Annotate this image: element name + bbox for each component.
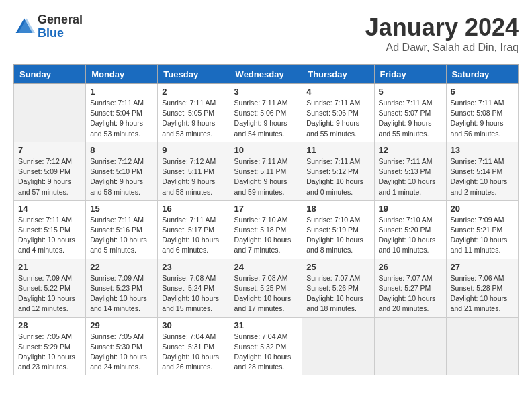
calendar-cell: 6 Sunrise: 7:11 AMSunset: 5:08 PMDayligh… bbox=[446, 84, 518, 142]
day-info: Sunrise: 7:11 AMSunset: 5:17 PMDaylight:… bbox=[162, 215, 225, 256]
calendar-cell: 21 Sunrise: 7:09 AMSunset: 5:22 PMDaylig… bbox=[14, 259, 86, 317]
day-number: 24 bbox=[234, 262, 298, 272]
logo-text: General Blue bbox=[38, 13, 83, 40]
calendar-cell: 9 Sunrise: 7:12 AMSunset: 5:11 PMDayligh… bbox=[158, 142, 230, 200]
day-number: 4 bbox=[306, 87, 369, 97]
calendar-cell bbox=[446, 317, 518, 375]
calendar-cell: 8 Sunrise: 7:12 AMSunset: 5:10 PMDayligh… bbox=[86, 142, 158, 200]
week-row-1: 1 Sunrise: 7:11 AMSunset: 5:04 PMDayligh… bbox=[14, 84, 519, 142]
calendar-cell: 16 Sunrise: 7:11 AMSunset: 5:17 PMDaylig… bbox=[158, 200, 230, 259]
day-info: Sunrise: 7:10 AMSunset: 5:18 PMDaylight:… bbox=[234, 215, 298, 256]
header-wednesday: Wednesday bbox=[230, 65, 302, 84]
day-info: Sunrise: 7:09 AMSunset: 5:21 PMDaylight:… bbox=[451, 215, 514, 256]
day-info: Sunrise: 7:08 AMSunset: 5:25 PMDaylight:… bbox=[234, 273, 298, 314]
day-number: 3 bbox=[234, 87, 298, 97]
day-number: 7 bbox=[18, 145, 81, 155]
calendar-cell: 26 Sunrise: 7:07 AMSunset: 5:27 PMDaylig… bbox=[374, 259, 446, 317]
calendar-cell: 5 Sunrise: 7:11 AMSunset: 5:07 PMDayligh… bbox=[374, 84, 446, 142]
week-row-5: 28 Sunrise: 7:05 AMSunset: 5:29 PMDaylig… bbox=[14, 317, 519, 375]
day-number: 5 bbox=[379, 87, 442, 97]
day-number: 2 bbox=[162, 87, 225, 97]
title-block: January 2024 Ad Dawr, Salah ad Din, Iraq bbox=[365, 13, 519, 54]
day-info: Sunrise: 7:10 AMSunset: 5:19 PMDaylight:… bbox=[306, 215, 369, 256]
calendar-cell: 31 Sunrise: 7:04 AMSunset: 5:32 PMDaylig… bbox=[230, 317, 302, 375]
day-number: 28 bbox=[18, 320, 81, 330]
day-number: 9 bbox=[162, 145, 225, 155]
calendar-cell: 20 Sunrise: 7:09 AMSunset: 5:21 PMDaylig… bbox=[446, 200, 518, 259]
day-number: 22 bbox=[90, 262, 153, 272]
day-number: 18 bbox=[306, 203, 369, 214]
calendar-cell: 2 Sunrise: 7:11 AMSunset: 5:05 PMDayligh… bbox=[158, 84, 230, 142]
page-header: General Blue January 2024 Ad Dawr, Salah… bbox=[13, 13, 519, 54]
day-number: 19 bbox=[379, 203, 442, 214]
day-number: 14 bbox=[18, 203, 81, 214]
day-number: 16 bbox=[162, 203, 225, 214]
month-title: January 2024 bbox=[365, 13, 519, 42]
header-tuesday: Tuesday bbox=[158, 65, 230, 84]
day-info: Sunrise: 7:11 AMSunset: 5:15 PMDaylight:… bbox=[18, 215, 81, 256]
header-monday: Monday bbox=[86, 65, 158, 84]
calendar-cell: 29 Sunrise: 7:05 AMSunset: 5:30 PMDaylig… bbox=[86, 317, 158, 375]
day-number: 26 bbox=[379, 262, 442, 272]
calendar-cell: 18 Sunrise: 7:10 AMSunset: 5:19 PMDaylig… bbox=[302, 200, 374, 259]
day-info: Sunrise: 7:07 AMSunset: 5:27 PMDaylight:… bbox=[379, 273, 442, 314]
day-number: 20 bbox=[451, 203, 514, 214]
header-friday: Friday bbox=[374, 65, 446, 84]
week-row-2: 7 Sunrise: 7:12 AMSunset: 5:09 PMDayligh… bbox=[14, 142, 519, 200]
day-info: Sunrise: 7:05 AMSunset: 5:29 PMDaylight:… bbox=[18, 332, 81, 373]
week-row-4: 21 Sunrise: 7:09 AMSunset: 5:22 PMDaylig… bbox=[14, 259, 519, 317]
calendar-table: Sunday Monday Tuesday Wednesday Thursday… bbox=[13, 64, 519, 375]
calendar-cell: 4 Sunrise: 7:11 AMSunset: 5:06 PMDayligh… bbox=[302, 84, 374, 142]
day-info: Sunrise: 7:11 AMSunset: 5:06 PMDaylight:… bbox=[306, 98, 369, 139]
calendar-cell: 27 Sunrise: 7:06 AMSunset: 5:28 PMDaylig… bbox=[446, 259, 518, 317]
header-sunday: Sunday bbox=[14, 65, 86, 84]
day-info: Sunrise: 7:11 AMSunset: 5:12 PMDaylight:… bbox=[306, 156, 369, 197]
calendar-body: 1 Sunrise: 7:11 AMSunset: 5:04 PMDayligh… bbox=[14, 84, 519, 375]
day-info: Sunrise: 7:09 AMSunset: 5:23 PMDaylight:… bbox=[90, 273, 153, 314]
day-info: Sunrise: 7:11 AMSunset: 5:06 PMDaylight:… bbox=[234, 98, 298, 139]
calendar-cell: 12 Sunrise: 7:11 AMSunset: 5:13 PMDaylig… bbox=[374, 142, 446, 200]
calendar-cell: 14 Sunrise: 7:11 AMSunset: 5:15 PMDaylig… bbox=[14, 200, 86, 259]
logo: General Blue bbox=[13, 13, 83, 40]
calendar-cell bbox=[374, 317, 446, 375]
day-number: 17 bbox=[234, 203, 298, 214]
day-info: Sunrise: 7:04 AMSunset: 5:31 PMDaylight:… bbox=[162, 332, 225, 373]
calendar-cell: 10 Sunrise: 7:11 AMSunset: 5:11 PMDaylig… bbox=[230, 142, 302, 200]
day-number: 31 bbox=[234, 320, 298, 330]
day-info: Sunrise: 7:11 AMSunset: 5:04 PMDaylight:… bbox=[90, 98, 153, 139]
header-row: Sunday Monday Tuesday Wednesday Thursday… bbox=[14, 65, 519, 84]
calendar-cell bbox=[302, 317, 374, 375]
day-number: 6 bbox=[451, 87, 514, 97]
logo-icon bbox=[13, 16, 35, 38]
day-number: 25 bbox=[306, 262, 369, 272]
calendar-cell: 13 Sunrise: 7:11 AMSunset: 5:14 PMDaylig… bbox=[446, 142, 518, 200]
logo-general: General bbox=[38, 13, 83, 27]
calendar-cell: 15 Sunrise: 7:11 AMSunset: 5:16 PMDaylig… bbox=[86, 200, 158, 259]
day-number: 1 bbox=[90, 87, 153, 97]
header-saturday: Saturday bbox=[446, 65, 518, 84]
day-info: Sunrise: 7:11 AMSunset: 5:11 PMDaylight:… bbox=[234, 156, 298, 197]
day-info: Sunrise: 7:11 AMSunset: 5:05 PMDaylight:… bbox=[162, 98, 225, 139]
calendar-header: Sunday Monday Tuesday Wednesday Thursday… bbox=[14, 65, 519, 84]
day-info: Sunrise: 7:11 AMSunset: 5:08 PMDaylight:… bbox=[451, 98, 514, 139]
calendar-cell: 1 Sunrise: 7:11 AMSunset: 5:04 PMDayligh… bbox=[86, 84, 158, 142]
day-number: 23 bbox=[162, 262, 225, 272]
day-number: 15 bbox=[90, 203, 153, 214]
day-info: Sunrise: 7:12 AMSunset: 5:09 PMDaylight:… bbox=[18, 156, 81, 197]
day-info: Sunrise: 7:12 AMSunset: 5:11 PMDaylight:… bbox=[162, 156, 225, 197]
day-info: Sunrise: 7:11 AMSunset: 5:13 PMDaylight:… bbox=[379, 156, 442, 197]
day-number: 10 bbox=[234, 145, 298, 155]
day-info: Sunrise: 7:10 AMSunset: 5:20 PMDaylight:… bbox=[379, 215, 442, 256]
calendar-cell: 24 Sunrise: 7:08 AMSunset: 5:25 PMDaylig… bbox=[230, 259, 302, 317]
logo-blue: Blue bbox=[38, 27, 83, 40]
day-number: 8 bbox=[90, 145, 153, 155]
calendar-cell: 7 Sunrise: 7:12 AMSunset: 5:09 PMDayligh… bbox=[14, 142, 86, 200]
day-info: Sunrise: 7:09 AMSunset: 5:22 PMDaylight:… bbox=[18, 273, 81, 314]
calendar-cell: 30 Sunrise: 7:04 AMSunset: 5:31 PMDaylig… bbox=[158, 317, 230, 375]
calendar-cell: 28 Sunrise: 7:05 AMSunset: 5:29 PMDaylig… bbox=[14, 317, 86, 375]
day-info: Sunrise: 7:11 AMSunset: 5:07 PMDaylight:… bbox=[379, 98, 442, 139]
day-info: Sunrise: 7:05 AMSunset: 5:30 PMDaylight:… bbox=[90, 332, 153, 373]
week-row-3: 14 Sunrise: 7:11 AMSunset: 5:15 PMDaylig… bbox=[14, 200, 519, 259]
day-number: 11 bbox=[306, 145, 369, 155]
day-number: 12 bbox=[379, 145, 442, 155]
